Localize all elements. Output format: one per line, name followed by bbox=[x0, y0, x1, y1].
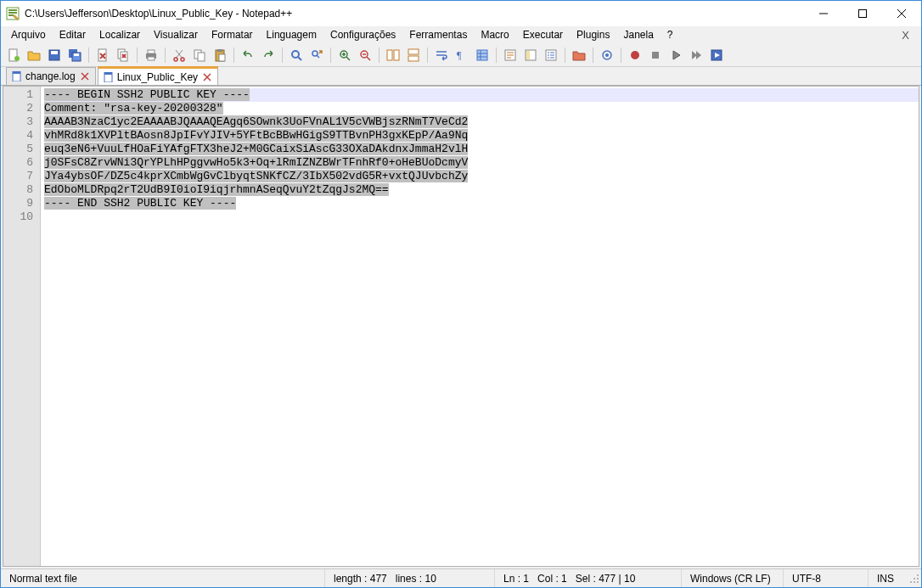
close-all-icon[interactable] bbox=[114, 46, 132, 64]
svg-rect-8 bbox=[74, 53, 79, 56]
svg-rect-39 bbox=[652, 52, 659, 59]
find-icon[interactable] bbox=[287, 46, 306, 64]
toolbar-separator bbox=[282, 48, 283, 63]
svg-rect-44 bbox=[104, 72, 112, 75]
toolbar-separator bbox=[233, 48, 234, 63]
tab-change-log[interactable]: change.log bbox=[6, 67, 96, 85]
editor-line[interactable]: j0SFsC8ZrvWNi3QrYPLhHPggvwHo5k3+Oq+lRmIZ… bbox=[44, 156, 919, 170]
status-eol: Windows (CR LF) bbox=[682, 569, 784, 587]
svg-rect-13 bbox=[148, 50, 155, 53]
text-editor[interactable]: ---- BEGIN SSH2 PUBLIC KEY ----Comment: … bbox=[41, 87, 919, 566]
lang-udl-icon[interactable] bbox=[501, 46, 520, 64]
menu-editar[interactable]: Editar bbox=[53, 27, 93, 42]
menu-executar[interactable]: Executar bbox=[516, 27, 570, 42]
editor-line[interactable]: AAAAB3NzaC1yc2EAAAABJQAAAQEAgq6SOwnk3UoF… bbox=[44, 115, 919, 129]
editor-line[interactable]: vhMRd8k1XVPltBAosn8JpIFvYJIV+5YFtBcBBwHG… bbox=[44, 129, 919, 143]
save-macro-icon[interactable] bbox=[707, 46, 726, 64]
editor-line[interactable]: EdOboMLDRpq2rT2UdB9I0ioI9iqjrhmnASeqQvuY… bbox=[44, 183, 919, 197]
new-file-icon[interactable] bbox=[4, 46, 23, 64]
paste-icon[interactable] bbox=[211, 46, 229, 64]
menu-localizar[interactable]: Localizar bbox=[93, 27, 147, 42]
zoom-out-icon[interactable] bbox=[356, 46, 374, 64]
zoom-in-icon[interactable] bbox=[335, 46, 354, 64]
doc-map-icon[interactable] bbox=[521, 46, 540, 64]
close-window-button[interactable] bbox=[882, 1, 921, 26]
sync-h-icon[interactable] bbox=[404, 46, 423, 64]
toolbar: ¶ bbox=[1, 43, 921, 67]
minimize-button[interactable] bbox=[804, 1, 843, 26]
svg-point-15 bbox=[174, 58, 177, 61]
svg-point-38 bbox=[631, 51, 639, 59]
toolbar-separator bbox=[621, 48, 621, 63]
menu-configura-es[interactable]: Configurações bbox=[323, 27, 402, 42]
print-icon[interactable] bbox=[142, 46, 160, 64]
menu-janela[interactable]: Janela bbox=[616, 27, 660, 42]
toolbar-separator bbox=[137, 48, 138, 63]
save-all-icon[interactable] bbox=[65, 46, 84, 64]
copy-icon[interactable] bbox=[190, 46, 209, 64]
svg-rect-27 bbox=[394, 50, 399, 60]
menu-bar: ArquivoEditarLocalizarVisualizarFormatar… bbox=[1, 26, 921, 43]
tab-bar: change.logLinux_Public_Key bbox=[1, 67, 921, 86]
play-icon[interactable] bbox=[666, 46, 685, 64]
sync-v-icon[interactable] bbox=[384, 46, 402, 64]
svg-point-22 bbox=[292, 51, 299, 58]
open-file-icon[interactable] bbox=[25, 46, 43, 64]
stop-icon[interactable] bbox=[646, 46, 665, 64]
editor-line[interactable]: ---- END SSH2 PUBLIC KEY ---- bbox=[44, 197, 919, 210]
tab-linux-public-key[interactable]: Linux_Public_Key bbox=[98, 66, 218, 85]
svg-point-50 bbox=[910, 581, 912, 583]
replace-icon[interactable] bbox=[307, 46, 326, 64]
tab-label: Linux_Public_Key bbox=[117, 71, 198, 83]
toolbar-separator bbox=[427, 48, 428, 63]
menu-macro[interactable]: Macro bbox=[474, 27, 515, 42]
menu-close-doc[interactable]: X bbox=[893, 27, 918, 43]
wordwrap-icon[interactable] bbox=[432, 46, 451, 64]
menu-formatar[interactable]: Formatar bbox=[205, 27, 260, 42]
close-icon[interactable] bbox=[93, 46, 112, 64]
editor-line[interactable]: euq3eN6+VuuLfHOaFiYAfgFTX3heJ2+M0GCaixSi… bbox=[44, 143, 919, 156]
menu--[interactable]: ? bbox=[661, 27, 680, 42]
menu-ferramentas[interactable]: Ferramentas bbox=[402, 27, 474, 42]
svg-rect-5 bbox=[51, 51, 58, 54]
toolbar-separator bbox=[165, 48, 166, 63]
status-bar: Normal text file length : 477 lines : 10… bbox=[1, 568, 921, 587]
status-encoding: UTF-8 bbox=[784, 569, 869, 587]
svg-point-48 bbox=[917, 581, 919, 583]
cut-icon[interactable] bbox=[170, 46, 188, 64]
menu-arquivo[interactable]: Arquivo bbox=[4, 27, 53, 42]
editor-line[interactable]: JYa4ybsOF/DZ5c4kprXCmbWgGvClbyqtSNKfCZ/3… bbox=[44, 170, 919, 183]
status-position: Ln : 1 Col : 1 Sel : 477 | 10 bbox=[495, 569, 682, 587]
title-bar: C:\Users\Jefferson\Desktop\Linux_Public_… bbox=[1, 1, 921, 26]
maximize-button[interactable] bbox=[843, 1, 882, 26]
toolbar-separator bbox=[593, 48, 593, 63]
redo-icon[interactable] bbox=[259, 46, 278, 64]
resize-grip[interactable] bbox=[906, 572, 921, 585]
svg-rect-31 bbox=[477, 50, 487, 60]
func-list-icon[interactable] bbox=[542, 46, 560, 64]
save-icon[interactable] bbox=[45, 46, 64, 64]
editor-line[interactable] bbox=[44, 210, 919, 224]
monitor-icon[interactable] bbox=[598, 46, 616, 64]
play-multi-icon[interactable] bbox=[687, 46, 706, 64]
menu-linguagem[interactable]: Linguagem bbox=[260, 27, 323, 42]
svg-rect-29 bbox=[408, 56, 419, 61]
svg-rect-20 bbox=[217, 49, 222, 52]
status-file-type: Normal text file bbox=[1, 569, 325, 587]
editor-line[interactable]: ---- BEGIN SSH2 PUBLIC KEY ---- bbox=[44, 88, 919, 102]
tab-close-icon[interactable] bbox=[80, 71, 90, 81]
editor-line[interactable]: Comment: "rsa-key-20200328" bbox=[44, 102, 919, 115]
menu-visualizar[interactable]: Visualizar bbox=[147, 27, 205, 42]
record-icon[interactable] bbox=[626, 46, 644, 64]
all-chars-icon[interactable]: ¶ bbox=[453, 46, 471, 64]
indent-guide-icon[interactable] bbox=[473, 46, 492, 64]
app-icon bbox=[6, 7, 20, 20]
undo-icon[interactable] bbox=[239, 46, 257, 64]
menu-plugins[interactable]: Plugins bbox=[570, 27, 616, 42]
svg-rect-26 bbox=[387, 50, 392, 60]
folder-workspace-icon[interactable] bbox=[570, 46, 588, 64]
toolbar-separator bbox=[88, 48, 89, 63]
tab-close-icon[interactable] bbox=[202, 72, 212, 82]
tab-label: change.log bbox=[25, 70, 76, 82]
svg-point-46 bbox=[917, 578, 919, 580]
